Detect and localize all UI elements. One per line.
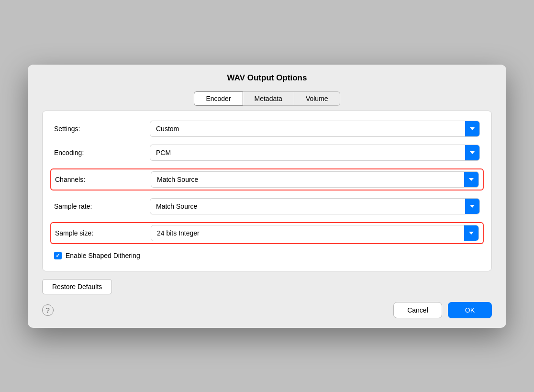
channels-dropdown-btn[interactable] — [464, 172, 478, 187]
sample-rate-dropdown-btn[interactable] — [465, 199, 479, 214]
sample-size-label: Sample size: — [55, 229, 151, 237]
sample-rate-select[interactable]: Match Source — [150, 198, 480, 214]
dithering-label: Enable Shaped Dithering — [66, 252, 140, 259]
sample-rate-label: Sample rate: — [54, 202, 150, 210]
dithering-row: ✓ Enable Shaped Dithering — [54, 252, 480, 259]
settings-dropdown-btn[interactable] — [465, 121, 479, 136]
sample-rate-row: Sample rate: Match Source — [54, 198, 480, 214]
settings-field: Custom — [150, 121, 480, 137]
checkmark-icon: ✓ — [56, 253, 60, 258]
cancel-button[interactable]: Cancel — [393, 302, 442, 318]
channels-label: Channels: — [55, 176, 151, 183]
sample-size-dropdown-btn[interactable] — [464, 225, 478, 241]
chevron-down-icon — [469, 232, 474, 235]
restore-area: Restore Defaults — [42, 279, 492, 294]
encoding-field: PCM — [150, 145, 480, 161]
sample-rate-value: Match Source — [150, 199, 465, 213]
title-bar: WAV Output Options — [28, 65, 506, 88]
encoding-row: Encoding: PCM — [54, 145, 480, 161]
encoding-label: Encoding: — [54, 149, 150, 157]
encoding-dropdown-btn[interactable] — [465, 145, 479, 160]
chevron-down-icon — [470, 127, 475, 130]
dialog-title: WAV Output Options — [37, 73, 497, 83]
dialog-container: WAV Output Options Encoder Metadata Volu… — [28, 65, 506, 328]
encoding-value: PCM — [150, 146, 465, 160]
encoding-select[interactable]: PCM — [150, 145, 480, 161]
chevron-down-icon — [470, 205, 475, 208]
settings-row: Settings: Custom — [54, 121, 480, 137]
dithering-checkbox[interactable]: ✓ — [54, 252, 62, 259]
ok-button[interactable]: OK — [448, 302, 492, 318]
settings-label: Settings: — [54, 125, 150, 133]
channels-row: Channels: Match Source — [50, 168, 484, 190]
chevron-down-icon — [470, 151, 475, 154]
channels-value: Match Source — [151, 172, 464, 187]
sample-size-field: 24 bits Integer — [151, 225, 479, 241]
tab-volume[interactable]: Volume — [294, 91, 340, 106]
sample-rate-field: Match Source — [150, 198, 480, 214]
channels-select[interactable]: Match Source — [151, 171, 479, 188]
tabs-container: Encoder Metadata Volume — [28, 91, 506, 106]
restore-defaults-button[interactable]: Restore Defaults — [42, 279, 112, 294]
tab-encoder[interactable]: Encoder — [194, 91, 243, 106]
footer-actions: Cancel OK — [393, 302, 492, 318]
tab-metadata[interactable]: Metadata — [243, 91, 294, 106]
encoder-content: Settings: Custom Encoding: PCM — [42, 111, 492, 271]
settings-value: Custom — [150, 122, 465, 136]
chevron-down-icon — [469, 178, 474, 181]
footer: ? Cancel OK — [28, 294, 506, 318]
help-button[interactable]: ? — [42, 304, 54, 316]
sample-size-row: Sample size: 24 bits Integer — [50, 222, 484, 244]
settings-select[interactable]: Custom — [150, 121, 480, 137]
sample-size-value: 24 bits Integer — [151, 226, 464, 240]
sample-size-select[interactable]: 24 bits Integer — [151, 225, 479, 241]
channels-field: Match Source — [151, 171, 479, 188]
